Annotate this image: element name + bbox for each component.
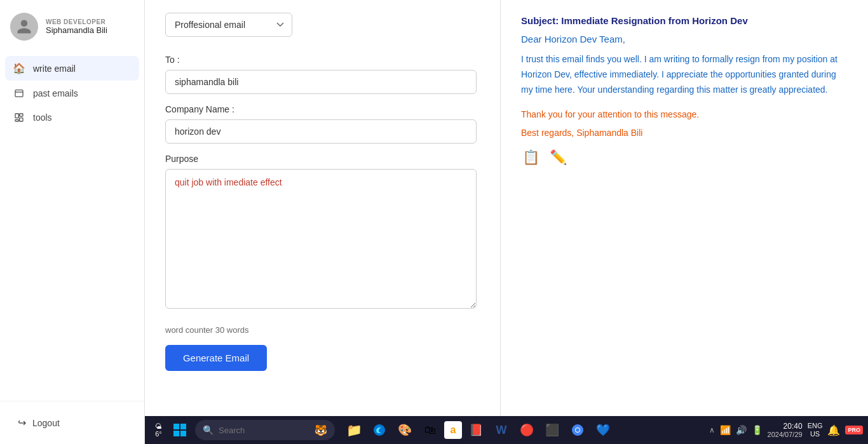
sidebar-item-past-emails[interactable]: past emails <box>5 82 139 105</box>
svg-point-13 <box>576 428 580 432</box>
sidebar-item-write-email[interactable]: 🏠 write email <box>5 56 139 81</box>
taskbar-region-code: US <box>810 430 820 438</box>
svg-rect-0 <box>15 90 23 97</box>
svg-rect-7 <box>180 424 186 429</box>
taskbar-app-amazon[interactable]: a <box>444 421 462 439</box>
taskbar-app-chrome[interactable] <box>566 419 589 441</box>
taskbar-app-pdf[interactable]: 📕 <box>465 419 487 441</box>
taskbar-lang: ENG US <box>808 422 823 438</box>
to-input[interactable] <box>165 70 477 94</box>
taskbar-app-paint[interactable]: 🎨 <box>393 419 416 441</box>
past-emails-icon <box>13 88 25 98</box>
weather-icon: 🌤 <box>155 422 162 430</box>
chrome-icon <box>571 424 584 436</box>
svg-rect-2 <box>15 114 18 118</box>
email-type-select[interactable]: Proffesional email Casual email Formal e… <box>165 13 292 37</box>
sidebar-bottom: ↪ Logout <box>0 401 144 444</box>
user-profile: WEB DEVELOPER Siphamandla Bili <box>0 0 144 56</box>
home-icon: 🏠 <box>13 62 25 74</box>
logout-label: Logout <box>32 418 60 428</box>
purpose-label: Purpose <box>165 154 480 164</box>
company-input[interactable] <box>165 119 477 144</box>
user-avatar-icon <box>16 18 32 35</box>
main-layout: WEB DEVELOPER Siphamandla Bili 🏠 write e… <box>0 0 868 444</box>
sidebar-nav: 🏠 write email past emails <box>0 56 144 129</box>
taskbar-apps: 📁 🎨 🛍 a 📕 W 🔴 ⬛ <box>342 419 614 441</box>
copy-email-button[interactable]: 📋 <box>521 148 541 167</box>
svg-rect-8 <box>173 431 179 436</box>
taskbar-notification-icon[interactable]: 🔔 <box>827 424 840 436</box>
form-panel: Proffesional email Casual email Formal e… <box>145 0 501 416</box>
taskbar-weather: 🌤 6° <box>150 422 167 438</box>
taskbar-clock: 20:40 2024/07/29 <box>768 422 803 438</box>
email-closing-line2: Best regards, Siphamandla Bili <box>521 128 848 138</box>
taskbar-chevron-icon[interactable]: ∧ <box>709 426 715 434</box>
user-role: WEB DEVELOPER <box>46 18 107 25</box>
avatar <box>10 13 38 41</box>
taskbar-network-icon: 📶 <box>720 425 731 435</box>
sidebar: WEB DEVELOPER Siphamandla Bili 🏠 write e… <box>0 0 145 444</box>
edge-icon <box>373 424 386 436</box>
taskbar-app-file-explorer[interactable]: 📁 <box>342 419 365 441</box>
taskbar-right: ∧ 📶 🔊 🔋 20:40 2024/07/29 ENG US 🔔 PRO <box>709 422 863 438</box>
user-info: WEB DEVELOPER Siphamandla Bili <box>46 18 107 35</box>
sidebar-item-label-past-emails: past emails <box>33 88 78 98</box>
generate-email-button[interactable]: Generate Email <box>165 345 267 371</box>
tools-icon <box>13 112 25 123</box>
word-counter: word counter 30 words <box>165 325 480 335</box>
email-preview-panel: Subject: Immediate Resignation from Hori… <box>501 0 868 416</box>
content-area: Proffesional email Casual email Formal e… <box>145 0 868 444</box>
purpose-group: Purpose <box>165 154 480 311</box>
company-group: Company Name : <box>165 104 480 144</box>
company-label: Company Name : <box>165 104 480 114</box>
taskbar-date-display: 2024/07/29 <box>768 431 803 438</box>
svg-rect-6 <box>173 424 179 429</box>
email-salutation: Dear Horizon Dev Team, <box>521 34 848 44</box>
taskbar-time-display: 20:40 <box>768 422 803 431</box>
taskbar-volume-icon: 🔊 <box>736 425 747 435</box>
svg-point-10 <box>374 424 385 436</box>
email-type-selector[interactable]: Proffesional email Casual email Formal e… <box>165 13 480 37</box>
edit-email-button[interactable]: ✏️ <box>548 148 568 167</box>
taskbar-pro-badge: PRO <box>845 426 863 434</box>
svg-rect-9 <box>180 431 186 436</box>
content-main: Proffesional email Casual email Formal e… <box>145 0 868 416</box>
taskbar-battery-icon: 🔋 <box>752 425 763 435</box>
taskbar-lang-code: ENG <box>808 422 823 429</box>
svg-rect-5 <box>15 119 18 121</box>
weather-temp: 6° <box>155 430 162 438</box>
to-group: To : <box>165 55 480 94</box>
logout-icon: ↪ <box>18 417 26 429</box>
svg-rect-4 <box>20 118 23 121</box>
email-actions: 📋 ✏️ <box>521 148 848 167</box>
purpose-textarea[interactable] <box>165 169 477 309</box>
user-name: Siphamandla Bili <box>46 25 107 35</box>
taskbar-app-vscode[interactable]: 💙 <box>592 419 614 441</box>
taskbar-app-edge[interactable] <box>368 419 391 441</box>
to-label: To : <box>165 55 480 65</box>
windows-logo-icon <box>173 424 186 436</box>
sidebar-item-label-tools: tools <box>33 112 52 123</box>
taskbar-app-terminal[interactable]: ⬛ <box>541 419 564 441</box>
taskbar-search-box[interactable]: 🔍 🐯 <box>195 420 335 440</box>
sidebar-item-tools[interactable]: tools <box>5 106 139 129</box>
windows-start-button[interactable] <box>170 420 190 440</box>
sidebar-item-label-write-email: write email <box>33 64 76 74</box>
taskbar-app-red[interactable]: 🔴 <box>515 419 538 441</box>
taskbar-search-input[interactable] <box>219 426 309 435</box>
email-closing-line1: Thank you for your attention to this mes… <box>521 107 848 123</box>
svg-rect-3 <box>20 114 23 116</box>
taskbar-app-store[interactable]: 🛍 <box>419 419 442 441</box>
tiger-icon: 🐯 <box>315 424 327 436</box>
taskbar: 🌤 6° 🔍 🐯 📁 <box>145 416 868 444</box>
email-body: I trust this email finds you well. I am … <box>521 52 848 97</box>
email-subject: Subject: Immediate Resignation from Hori… <box>521 15 848 26</box>
logout-item[interactable]: ↪ Logout <box>10 412 134 434</box>
taskbar-app-word[interactable]: W <box>490 419 513 441</box>
search-icon: 🔍 <box>203 425 214 435</box>
